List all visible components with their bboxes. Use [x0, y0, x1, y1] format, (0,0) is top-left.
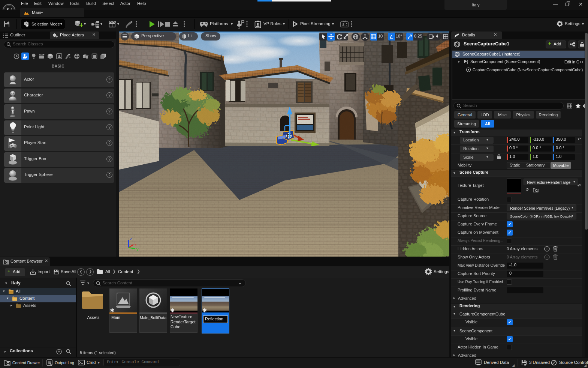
svg-text:y: y — [136, 247, 139, 251]
svg-text:x: x — [135, 242, 137, 247]
svg-text:z: z — [130, 236, 132, 241]
